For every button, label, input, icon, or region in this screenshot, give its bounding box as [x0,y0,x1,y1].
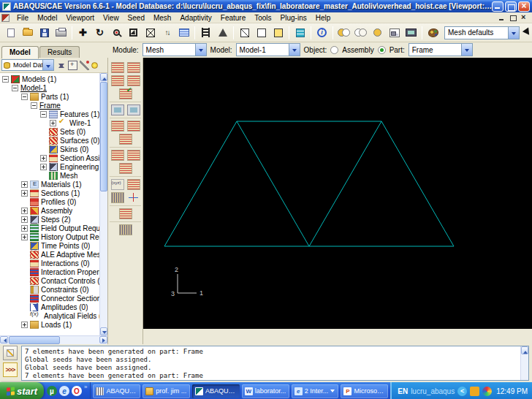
tree-item-contact-controls-0[interactable]: Contact Controls (0) [0,276,99,285]
tree-item-constraints-0[interactable]: Constraints (0) [0,285,99,294]
auto-fit-button[interactable] [142,25,159,41]
mesh-region-button[interactable] [127,121,140,132]
tab-results[interactable]: Results [39,46,80,58]
menu-plugins[interactable]: Plug-ins [276,13,311,23]
tray-app-icon[interactable] [470,387,479,396]
node-axis-button[interactable] [127,192,140,203]
collapse-icon[interactable] [2,76,9,83]
mesh-controls-button[interactable] [111,104,124,115]
taskbar-button-microsoft[interactable]: PMicrosoft... [341,384,388,398]
part-radio[interactable] [378,46,386,54]
tree-item-skins-0[interactable]: Skins (0) [0,145,99,153]
print-button[interactable] [53,25,69,41]
color-code-select[interactable]: Mesh defaults [444,26,520,39]
zoom-box-button[interactable] [125,25,142,41]
view-options-button[interactable] [175,25,192,41]
scroll-right-icon[interactable] [99,336,107,343]
seed-check-button[interactable] [119,88,132,99]
vertex-query-button[interactable] [127,179,140,190]
tree-item-history-output-reque[interactable]: History Output Reque [0,232,99,241]
seed-edge-size-button[interactable] [127,75,140,86]
truss-member[interactable] [164,121,237,246]
scroll-up-icon[interactable] [100,73,107,81]
seed-part-button[interactable] [111,62,124,73]
scroll-thumb[interactable] [9,336,60,344]
menu-file[interactable]: File [12,13,33,23]
expand-icon[interactable] [21,234,28,240]
tree-item-amplitudes-0[interactable]: Amplitudes (0) [0,303,99,311]
rotate-button[interactable]: ↻ [91,25,108,41]
assembly-radio[interactable] [330,46,338,54]
tree-item-sections-1[interactable]: Sections (1) [0,189,99,197]
tree-item-profiles-0[interactable]: Profiles (0) [0,197,99,206]
magnify-button[interactable] [108,25,125,41]
opera-icon[interactable]: O [72,386,82,396]
mesh-part-button[interactable] [111,121,124,132]
filter-icon[interactable] [80,61,89,70]
tree-item-features-1[interactable]: Features (1) [0,110,99,118]
query-button[interactable] [197,25,214,41]
new-button[interactable] [2,25,19,41]
tree-item-frame[interactable]: Frame [0,101,99,110]
chevron-down-icon[interactable] [195,44,206,56]
expand-icon[interactable] [21,216,28,223]
message-log-button[interactable] [3,346,18,360]
module-select[interactable]: Mesh [142,43,207,56]
tree-item-parts-1[interactable]: Parts (1) [0,92,99,101]
scroll-left-icon[interactable] [0,336,8,343]
spin-arrows-icon[interactable] [56,61,66,70]
tree-item-interactions-0[interactable]: Interactions (0) [0,259,99,267]
single-circle-button[interactable] [369,25,386,41]
tree-scope-select[interactable]: Model Datab [1,59,54,71]
lightbulb-icon[interactable] [91,62,98,69]
taskbar-button-2-inter[interactable]: e2 Inter... [292,384,339,398]
seed-edge-number-button[interactable] [111,75,124,86]
menu-seed[interactable]: Seed [123,13,149,23]
tray-app-icon[interactable] [482,387,492,396]
minimize-button[interactable] [492,1,503,12]
tree-item-steps-2[interactable]: Steps (2) [0,215,99,224]
truss-member[interactable] [237,121,309,246]
scroll-down-icon[interactable] [100,327,107,335]
utorrent-icon[interactable]: µ [47,386,57,396]
edit-mesh-button[interactable] [111,150,124,161]
scroll-thumb[interactable] [100,82,107,191]
menu-mesh[interactable]: Mesh [149,13,175,23]
tree-item-assembly[interactable]: Assembly [0,206,99,215]
context-help-button[interactable] [522,25,532,41]
tree-item-field-output-requests[interactable]: Field Output Requests [0,224,99,232]
expand-icon[interactable] [40,155,47,162]
element-type-button[interactable] [127,104,140,115]
tab-model[interactable]: Model [1,46,39,58]
tree-item-engineering-fea[interactable]: Engineering Fea [0,162,99,171]
tree-item-materials-1[interactable]: Materials (1) [0,180,99,189]
menu-adaptivity[interactable]: Adaptivity [175,13,216,23]
part-select[interactable]: Frame [408,43,473,56]
save-button[interactable] [36,25,53,41]
pan-button[interactable]: ✚ [75,25,91,41]
tree-item-section-assignme[interactable]: Section Assignme [0,153,99,162]
menu-viewport[interactable]: Viewport [61,13,99,23]
tree-item-connector-sections-0[interactable]: Connector Sections (0 [0,294,99,303]
mdi-restore-button[interactable] [509,14,517,22]
mesh-edit-region-button[interactable] [127,150,140,161]
open-button[interactable] [19,25,36,41]
taskbar-button-abaqus[interactable]: ABAQUS ... [93,384,140,398]
tree-horizontal-scrollbar[interactable] [0,335,107,344]
reference-button[interactable] [214,25,231,41]
chevron-down-icon[interactable] [42,60,53,70]
delete-mesh-button[interactable] [119,134,132,145]
close-button[interactable] [518,1,530,12]
expand-all-icon[interactable] [68,61,77,70]
cycle-views-button[interactable]: ↑↓ [159,25,175,41]
taskbar-button-laborator[interactable]: Wlaborator... [242,384,289,398]
scroll-up-icon[interactable] [521,346,528,354]
menu-help[interactable]: Help [311,13,335,23]
mesh-stack-button[interactable] [119,163,132,174]
menu-feature[interactable]: Feature [216,13,250,23]
chevron-down-icon[interactable] [461,44,472,56]
expand-icon[interactable] [21,181,28,188]
xyz-query-button[interactable] [111,179,124,190]
expand-icon[interactable] [21,322,28,328]
expand-icon[interactable] [21,225,28,232]
